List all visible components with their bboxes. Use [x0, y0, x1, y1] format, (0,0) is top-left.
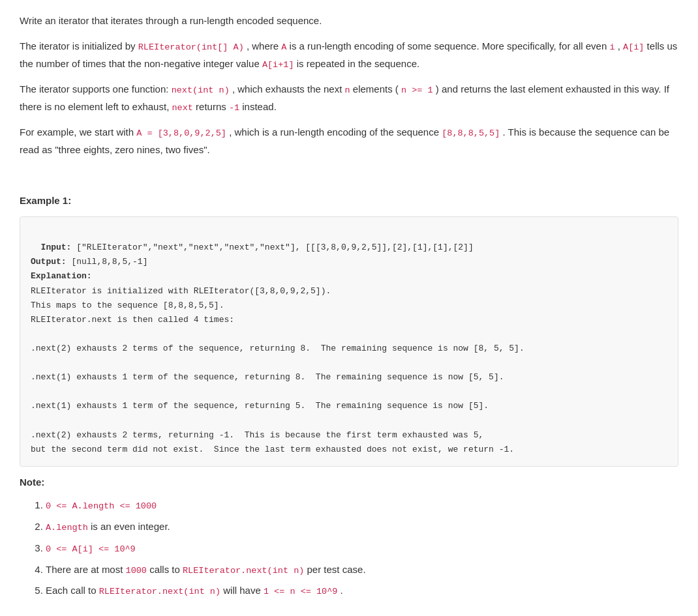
note4-code2: RLEIterator.next(int n): [183, 566, 304, 576]
explanation-label: Explanation:: [31, 271, 92, 281]
para1-before1: The iterator is initialized by: [20, 40, 138, 51]
para2-before: The iterator supports one function:: [20, 83, 172, 95]
para3-code1: A = [3,8,0,9,2,5]: [136, 128, 226, 138]
note4-after: per test case.: [304, 564, 365, 575]
para2-code5: -1: [229, 103, 239, 113]
para1-code4: A[i]: [623, 42, 644, 52]
note-item-3: 0 <= A[i] <= 10^9: [46, 540, 678, 557]
para1-code1: RLEIterator(int[] A): [138, 42, 244, 52]
para2-code3: n >= 1: [401, 85, 433, 95]
note-item-1: 0 <= A.length <= 1000: [46, 497, 678, 514]
para3: For example, we start with A = [3,8,0,9,…: [20, 124, 678, 158]
input-label: Input:: [41, 242, 72, 252]
para2-code2: n: [345, 85, 350, 95]
notes-list: 0 <= A.length <= 1000 A.length is an eve…: [20, 497, 678, 600]
note-item-2: A.length is an even integer.: [46, 518, 678, 536]
para2-mid3: returns: [193, 101, 229, 112]
para1-code3: i: [609, 42, 615, 52]
note-item-4: There are at most 1000 calls to RLEItera…: [46, 561, 678, 579]
example1-title: Example 1:: [20, 193, 678, 209]
para1-mid1: , where: [244, 40, 282, 51]
para1-mid3: ,: [615, 40, 624, 51]
note5-before: Each call to: [46, 585, 99, 596]
note2-code: A.length: [46, 523, 88, 533]
output-label: Output:: [31, 257, 67, 267]
para2-code4: next: [172, 103, 192, 113]
para2-mid: , which exhausts the next: [230, 83, 345, 95]
para1-code5: A[i+1]: [262, 60, 294, 70]
para1: The iterator is initialized by RLEIterat…: [20, 38, 678, 73]
note-title: Note:: [20, 475, 678, 490]
spacer1: [20, 166, 678, 177]
intro-text: Write an iterator that iterates through …: [20, 13, 678, 29]
note-item-5: Each call to RLEIterator.next(int n) wil…: [46, 582, 678, 600]
para3-before: For example, we start with: [20, 126, 136, 138]
para2-end2: instead.: [239, 101, 277, 112]
note5-after: .: [337, 585, 342, 596]
note4-code1: 1000: [126, 566, 147, 576]
para2-code1: next(int n): [172, 85, 230, 95]
para1-end2: is repeated in the sequence.: [294, 58, 420, 69]
para2-mid2: elements (: [350, 83, 401, 95]
note5-mid: will have: [220, 585, 264, 596]
note4-mid: calls to: [147, 564, 183, 575]
note5-code1: RLEIterator.next(int n): [99, 587, 220, 596]
note2-after: is an even integer.: [88, 521, 170, 532]
para1-mid2: is a run-length encoding of some sequenc…: [286, 40, 609, 51]
para3-mid: , which is a run-length encoding of the …: [226, 126, 442, 138]
note4-before: There are at most: [46, 564, 126, 575]
para2: The iterator supports one function: next…: [20, 81, 678, 116]
note5-code2: 1 <= n <= 10^9: [264, 587, 337, 596]
note3-code: 0 <= A[i] <= 10^9: [46, 544, 136, 554]
code-block: Input: ["RLEIterator","next","next","nex…: [20, 216, 678, 467]
note1-code: 0 <= A.length <= 1000: [46, 501, 157, 511]
para3-code2: [8,8,8,5,5]: [442, 128, 500, 138]
